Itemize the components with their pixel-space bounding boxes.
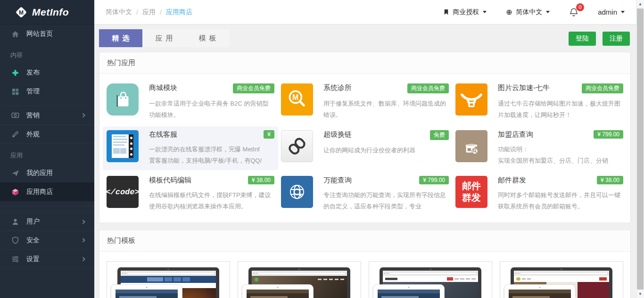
app-title[interactable]: 在线客服 bbox=[149, 130, 177, 139]
tab-featured[interactable]: 精选 bbox=[99, 29, 142, 47]
tab-apps[interactable]: 应用 bbox=[142, 29, 186, 47]
caret-down-icon bbox=[621, 11, 625, 13]
breadcrumb-separator: / bbox=[160, 8, 162, 16]
sidebar-item-label: 用户 bbox=[26, 217, 40, 226]
register-button[interactable]: 注册 bbox=[603, 32, 630, 46]
sidebar-section-apps: 应用 bbox=[0, 144, 94, 164]
breadcrumb-item-apps[interactable]: 应用 bbox=[142, 8, 156, 17]
price-badge: 免费 bbox=[430, 130, 449, 140]
sidebar-item-label: 我的应用 bbox=[26, 169, 53, 177]
store-tabs: 精选 应用 模板 bbox=[99, 29, 229, 47]
sidebar-item-my-apps[interactable]: 我的应用 bbox=[0, 164, 94, 182]
price-badge: ¥ 799.00 bbox=[594, 130, 623, 139]
sidebar-item-app-store[interactable]: 应用商店 bbox=[0, 182, 94, 201]
sidebar-item-security[interactable]: 安全 bbox=[0, 231, 94, 250]
page-content: 精选 应用 模板 登陆 注册 热门应用 商城模块 bbox=[94, 25, 636, 298]
app-info: 在线客服 ¥ 一款漂亮的在线客服漂浮框，完爆 MetInf 置客服功能，支持电脑… bbox=[149, 130, 274, 166]
tablet-mockup bbox=[373, 284, 445, 298]
brand-logo[interactable]: M MetInfo bbox=[0, 0, 94, 25]
app-title[interactable]: 邮件群发 bbox=[498, 176, 526, 185]
mail-blast-icon[interactable]: 邮件 群发 bbox=[455, 176, 487, 208]
chain-link-icon[interactable] bbox=[281, 130, 313, 162]
chevron-right-icon bbox=[81, 112, 87, 118]
app-info: 邮件群发 ¥ 38.00 同时对多个邮箱账号发送邮件，并且可以一键获取系统所有会… bbox=[498, 176, 623, 212]
app-card-shop-module[interactable]: 商城模块 商业会员免费 一款非常适用于企业电子商务 B2C 的营销型功能模块。 bbox=[107, 83, 274, 121]
sidebar-item-label: 设置 bbox=[26, 255, 40, 264]
app-info: 系统诊所 商业会员免费 用于修复系统文件、数据库、环境问题造成的错误。 bbox=[323, 83, 449, 121]
sidebar-item-appearance[interactable]: 外观 bbox=[0, 125, 94, 144]
app-title[interactable]: 超级换链 bbox=[323, 130, 352, 139]
language-menu[interactable]: 简体中文 bbox=[505, 8, 550, 17]
sliders-icon bbox=[10, 255, 20, 263]
template-thumb-security[interactable] bbox=[369, 261, 492, 298]
app-description: 用于修复系统文件、数据库、环境问题造成的错误。 bbox=[323, 98, 449, 121]
sidebar-item-manage[interactable]: 管理 bbox=[0, 82, 94, 101]
cube-icon bbox=[10, 188, 20, 196]
tablet-mockup bbox=[504, 284, 576, 298]
sidebar: M MetInfo 网站首页 内容 发布 管理 营销 bbox=[0, 0, 94, 298]
app-title[interactable]: 模板代码编辑 bbox=[149, 176, 191, 185]
sidebar-item-users[interactable]: 用户 bbox=[0, 212, 94, 231]
app-description: 在线编辑模板代码文件，摆脱FTP束缚，建议使用谷歌内核浏览器来操作本应用。 bbox=[149, 190, 274, 212]
breadcrumb: 简体中文 / 应用 / 应用商店 bbox=[106, 8, 192, 17]
app-card-super-link[interactable]: 超级换链 免费 让你的网站成为行业佼佼者的利器 bbox=[281, 130, 449, 166]
plus-icon bbox=[10, 69, 20, 77]
app-card-franchise-query[interactable]: 加盟店查询 ¥ 799.00 功能说明： 实现全国所有加盟店、分店、门店、分销 bbox=[455, 130, 623, 166]
app-card-mail-blast[interactable]: 邮件 群发 邮件群发 ¥ 38.00 同时对多个邮箱账号发送邮件，并且可以一键获… bbox=[455, 176, 623, 212]
globe-search-icon[interactable] bbox=[281, 176, 313, 208]
sidebar-item-settings[interactable]: 设置 bbox=[0, 250, 94, 269]
storefront-icon[interactable] bbox=[455, 130, 487, 162]
app-info: 超级换链 免费 让你的网站成为行业佼佼者的利器 bbox=[323, 130, 449, 156]
app-title[interactable]: 加盟店查询 bbox=[498, 130, 533, 139]
tabs-row: 精选 应用 模板 登陆 注册 bbox=[99, 29, 631, 47]
page-scrollbar[interactable]: ▲ ▼ bbox=[636, 0, 644, 298]
template-thumb-decoration[interactable] bbox=[500, 261, 623, 298]
sidebar-item-home[interactable]: 网站首页 bbox=[0, 25, 94, 43]
chevron-right-icon bbox=[81, 219, 87, 225]
template-thumb-beauty[interactable] bbox=[107, 261, 230, 298]
scroll-down-arrow[interactable]: ▼ bbox=[636, 290, 644, 298]
hot-templates-panel: 热门模板 bbox=[99, 230, 631, 298]
scroll-up-arrow[interactable]: ▲ bbox=[636, 0, 644, 8]
user-icon bbox=[10, 218, 20, 226]
app-card-online-service[interactable]: 在线客服 ¥ 一款漂亮的在线客服漂浮框，完爆 MetInf 置客服功能，支持电脑… bbox=[103, 126, 278, 170]
license-menu[interactable]: 商业授权 bbox=[443, 8, 487, 17]
diagnosis-magnifier-icon[interactable]: M bbox=[281, 83, 313, 116]
panel-title: 热门应用 bbox=[99, 52, 630, 74]
sidebar-item-marketing[interactable]: 营销 bbox=[0, 106, 94, 125]
tablet-mockup bbox=[111, 284, 182, 298]
shopping-bag-icon[interactable] bbox=[107, 83, 139, 116]
tab-templates[interactable]: 模板 bbox=[186, 29, 229, 47]
app-title[interactable]: 万能查询 bbox=[323, 176, 352, 185]
caret-down-icon bbox=[483, 11, 487, 13]
app-title[interactable]: 图片云加速-七牛 bbox=[498, 83, 550, 92]
price-badge: 商业会员免费 bbox=[407, 83, 449, 93]
price-badge: ¥ 38.00 bbox=[597, 176, 623, 184]
app-card-universal-query[interactable]: 万能查询 ¥ 799.00 专注查询功能的万能查询，实现所有字段信息的自定义，适… bbox=[281, 176, 449, 212]
mail-icon-text-line: 群发 bbox=[462, 192, 481, 204]
qiniu-bull-icon[interactable] bbox=[455, 83, 487, 116]
marketing-icon bbox=[10, 111, 20, 119]
scrollbar-thumb[interactable] bbox=[637, 8, 644, 290]
mail-icon-text-line: 邮件 bbox=[462, 180, 481, 192]
breadcrumb-item-app-store[interactable]: 应用商店 bbox=[166, 8, 192, 17]
sidebar-item-publish[interactable]: 发布 bbox=[0, 63, 94, 82]
app-title[interactable]: 商城模块 bbox=[149, 83, 177, 92]
user-menu[interactable]: admin bbox=[598, 8, 625, 16]
code-editor-icon[interactable]: </code> bbox=[107, 176, 139, 208]
app-card-system-clinic[interactable]: M 系统诊所 商业会员免费 用于修复系统文件、数据库、环境问题造成的错误。 bbox=[281, 83, 449, 121]
sidebar-item-label: 管理 bbox=[26, 87, 40, 96]
chat-widget-icon[interactable] bbox=[107, 130, 139, 162]
template-thumb-interior[interactable] bbox=[238, 261, 361, 298]
templates-grid bbox=[99, 252, 630, 298]
appearance-icon bbox=[10, 130, 20, 138]
app-title[interactable]: 系统诊所 bbox=[323, 83, 352, 92]
breadcrumb-separator: / bbox=[136, 8, 138, 16]
breadcrumb-item-language[interactable]: 简体中文 bbox=[106, 8, 132, 17]
login-button[interactable]: 登陆 bbox=[569, 32, 596, 46]
notifications-button[interactable]: 0 bbox=[569, 7, 579, 17]
language-label: 简体中文 bbox=[516, 8, 542, 17]
app-info: 商城模块 商业会员免费 一款非常适用于企业电子商务 B2C 的营销型功能模块。 bbox=[149, 83, 274, 121]
app-card-template-code-editor[interactable]: </code> 模板代码编辑 ¥ 38.00 在线编辑模板代码文件，摆脱FTP束… bbox=[107, 176, 274, 212]
app-card-qiniu-cdn[interactable]: 图片云加速-七牛 商业会员免费 通过七牛云存储给网站图片加速，极大提升图片加载速… bbox=[455, 83, 623, 121]
